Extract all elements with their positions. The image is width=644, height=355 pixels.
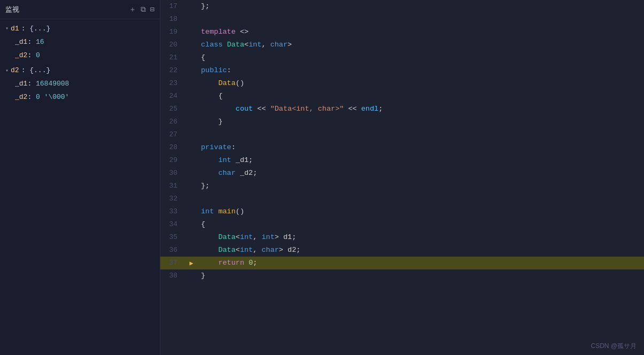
line-arrow-35 (186, 231, 197, 244)
line-number-18: 18 (160, 13, 186, 26)
line-number-33: 33 (160, 205, 186, 218)
watch-key-d2-d2: _d2 (15, 93, 27, 101)
code-line-27: 27 (160, 128, 644, 141)
code-line-30: 30 char _d2; (160, 167, 644, 180)
code-line-25: 25 cout << "Data<int, char>" << endl; (160, 103, 644, 115)
line-content-32 (197, 192, 644, 205)
line-number-28: 28 (160, 141, 186, 154)
sidebar-header: 监视 ＋ ⧉ ⊟ (0, 0, 160, 19)
line-arrow-32 (186, 192, 197, 205)
code-editor: 17};18 19template <>20class Data<int, ch… (160, 0, 644, 355)
line-arrow-21 (186, 51, 197, 64)
code-line-17: 17}; (160, 0, 644, 13)
line-content-24: { (197, 90, 644, 103)
watch-value-d2: : {...} (21, 65, 51, 76)
line-arrow-31 (186, 180, 197, 192)
watch-key-d1: d1 (11, 24, 19, 35)
code-line-19: 19template <> (160, 26, 644, 38)
code-line-35: 35 Data<int, int> d1; (160, 231, 644, 244)
code-line-24: 24 { (160, 90, 644, 103)
line-content-26: } (197, 115, 644, 128)
line-arrow-18 (186, 13, 197, 26)
line-number-27: 27 (160, 128, 186, 141)
add-watch-icon[interactable]: ＋ (129, 6, 136, 13)
line-arrow-17 (186, 0, 197, 13)
watch-child-d1-d1: _d1: 16 (0, 36, 160, 49)
code-line-37: 37▶ return 0; (160, 257, 644, 269)
line-content-22: public: (197, 64, 644, 77)
watch-item-d1[interactable]: ▾ d1: {...} (0, 22, 160, 36)
line-arrow-36 (186, 244, 197, 257)
line-content-38: } (197, 269, 644, 282)
line-number-23: 23 (160, 77, 186, 90)
code-line-18: 18 (160, 13, 644, 26)
code-line-34: 34{ (160, 218, 644, 231)
line-arrow-24 (186, 90, 197, 103)
line-content-36: Data<int, char> d2; (197, 244, 644, 257)
watch-value-d1: : {...} (21, 24, 51, 35)
line-number-17: 17 (160, 0, 186, 13)
line-content-28: private: (197, 141, 644, 154)
line-number-31: 31 (160, 180, 186, 192)
line-content-19: template <> (197, 26, 644, 38)
line-content-29: int _d1; (197, 154, 644, 167)
watch-value-d1-d2: 0 (36, 51, 40, 59)
watch-item-d2[interactable]: ▾ d2: {...} (0, 64, 160, 78)
line-content-30: char _d2; (197, 167, 644, 180)
line-arrow-27 (186, 128, 197, 141)
line-content-23: Data() (197, 77, 644, 90)
line-content-21: { (197, 51, 644, 64)
watch-key-d1-d1: _d1 (15, 38, 27, 46)
code-line-23: 23 Data() (160, 77, 644, 90)
delete-icon[interactable]: ⊟ (150, 6, 154, 13)
line-number-32: 32 (160, 192, 186, 205)
sidebar: 监视 ＋ ⧉ ⊟ ▾ d1: {...} _d1: 16 _d2: 0 ▾ d2… (0, 0, 160, 355)
line-content-17: }; (197, 0, 644, 13)
code-line-21: 21{ (160, 51, 644, 64)
line-content-35: Data<int, int> d1; (197, 231, 644, 244)
chevron-down-icon: ▾ (5, 25, 9, 33)
line-number-29: 29 (160, 154, 186, 167)
line-arrow-30 (186, 167, 197, 180)
line-arrow-34 (186, 218, 197, 231)
code-line-22: 22public: (160, 64, 644, 77)
line-number-37: 37 (160, 257, 186, 269)
watch-value-d2-d1: 16849008 (36, 80, 69, 88)
line-arrow-26 (186, 115, 197, 128)
line-number-36: 36 (160, 244, 186, 257)
line-arrow-19 (186, 26, 197, 38)
line-content-18 (197, 13, 644, 26)
line-number-26: 26 (160, 115, 186, 128)
code-lines: 17};18 19template <>20class Data<int, ch… (160, 0, 644, 282)
line-number-34: 34 (160, 218, 186, 231)
copy-icon[interactable]: ⧉ (141, 6, 146, 13)
watch-key-d2-d1: _d1 (15, 80, 27, 88)
code-line-31: 31}; (160, 180, 644, 192)
code-line-38: 38} (160, 269, 644, 282)
code-line-33: 33int main() (160, 205, 644, 218)
line-content-33: int main() (197, 205, 644, 218)
watch-value-d1-d1: 16 (36, 38, 44, 46)
line-content-27 (197, 128, 644, 141)
sidebar-title: 监视 (5, 5, 19, 14)
line-arrow-37: ▶ (186, 257, 197, 269)
code-line-28: 28private: (160, 141, 644, 154)
line-number-30: 30 (160, 167, 186, 180)
line-arrow-22 (186, 64, 197, 77)
line-content-31: }; (197, 180, 644, 192)
code-area[interactable]: 17};18 19template <>20class Data<int, ch… (160, 0, 644, 355)
code-line-26: 26 } (160, 115, 644, 128)
line-arrow-20 (186, 38, 197, 51)
code-line-20: 20class Data<int, char> (160, 38, 644, 51)
watch-child-d1-d2: _d2: 0 (0, 49, 160, 63)
sidebar-actions: ＋ ⧉ ⊟ (129, 6, 154, 13)
line-number-19: 19 (160, 26, 186, 38)
line-number-35: 35 (160, 231, 186, 244)
watch-key-d2: d2 (11, 65, 19, 76)
code-line-29: 29 int _d1; (160, 154, 644, 167)
line-number-25: 25 (160, 103, 186, 115)
line-number-20: 20 (160, 38, 186, 51)
code-line-36: 36 Data<int, char> d2; (160, 244, 644, 257)
watermark: CSDN @孤サ月 (591, 342, 637, 351)
line-arrow-25 (186, 103, 197, 115)
